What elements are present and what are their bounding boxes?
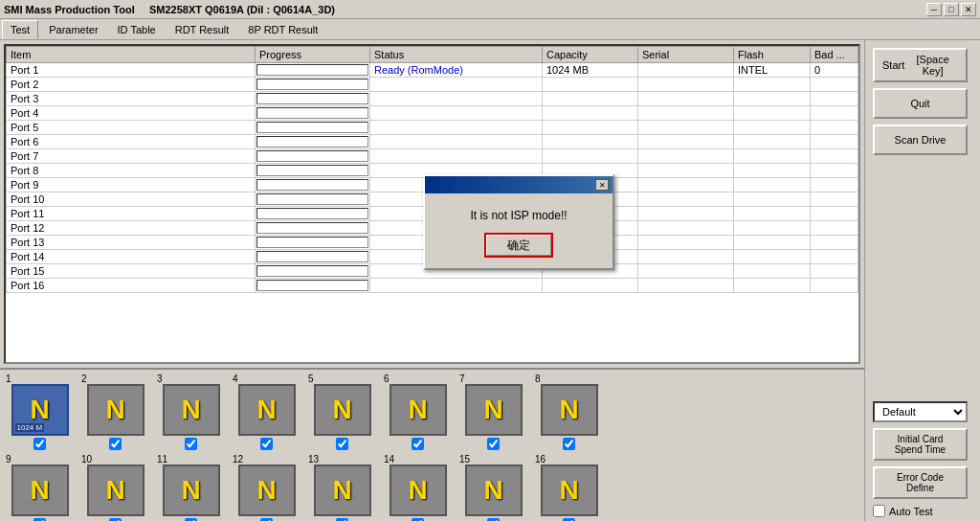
drive-letter: N [256, 475, 276, 506]
drive-icon[interactable]: N [238, 384, 296, 436]
title-text: SMI Mass Production Tool SM2258XT Q0619A… [4, 4, 335, 15]
drive-icon[interactable]: N [390, 384, 447, 436]
drive-number: 7 [459, 374, 465, 384]
col-capacity: Capacity [543, 47, 638, 63]
drive-checkbox[interactable] [109, 438, 122, 450]
tab-parameter[interactable]: Parameter [40, 20, 106, 39]
drive-icon[interactable]: N [541, 384, 598, 436]
col-progress: Progress [256, 47, 370, 63]
main-content: Item Progress Status Capacity Serial Fla… [0, 40, 980, 521]
col-bad: Bad ... [811, 47, 858, 63]
drive-icon[interactable]: N [314, 464, 371, 516]
drive-icon[interactable]: N [87, 464, 145, 516]
drive-item[interactable]: 9N [4, 454, 76, 521]
drive-number: 15 [459, 454, 470, 464]
drive-letter: N [181, 395, 200, 425]
drive-letter: N [256, 395, 276, 425]
drive-item[interactable]: 6N [382, 374, 454, 450]
drive-icon[interactable]: N [465, 464, 523, 516]
dialog-box: ✕ It is not ISP mode!! 确定 [423, 174, 614, 270]
drive-number: 1 [6, 374, 11, 384]
drive-checkbox[interactable] [336, 438, 348, 450]
drive-number: 8 [535, 374, 541, 384]
drive-icon[interactable]: N [238, 464, 296, 516]
drive-checkbox[interactable] [185, 438, 197, 450]
left-panel: Item Progress Status Capacity Serial Fla… [0, 40, 865, 521]
initial-card-button[interactable]: Initial Card Spend Time [873, 428, 968, 461]
auto-test-checkbox[interactable] [873, 505, 885, 517]
drive-number: 13 [308, 454, 319, 464]
drive-item[interactable]: 12N [231, 454, 302, 521]
table-row: Port 5 [7, 121, 858, 135]
drive-item[interactable]: 8N [533, 374, 605, 450]
drive-letter: N [559, 395, 578, 425]
error-code-button[interactable]: Error Code Define [873, 466, 968, 499]
drive-icon[interactable]: N [390, 464, 447, 516]
drive-checkbox[interactable] [412, 438, 424, 450]
drive-checkbox[interactable] [487, 438, 500, 450]
dialog-close-button[interactable]: ✕ [595, 179, 609, 191]
drive-number: 10 [81, 454, 92, 464]
drive-letter: N [30, 395, 49, 425]
drive-number: 12 [233, 454, 243, 464]
drive-icon[interactable]: N [465, 384, 523, 436]
drive-number: 5 [308, 374, 314, 384]
drive-checkbox[interactable] [33, 438, 46, 450]
drive-checkbox[interactable] [260, 438, 273, 450]
drive-item[interactable]: 14N [382, 454, 454, 521]
drive-icon[interactable]: N [541, 464, 598, 516]
drive-icon[interactable]: N [314, 384, 371, 436]
drive-number: 4 [233, 374, 238, 384]
start-button[interactable]: Start [Space Key] [873, 48, 968, 82]
dialog-ok-button[interactable]: 确定 [485, 234, 552, 257]
drive-icon[interactable]: N [11, 464, 69, 516]
drive-number: 6 [384, 374, 390, 384]
start-label-line1: Start [882, 59, 904, 71]
scan-drive-button[interactable]: Scan Drive [873, 125, 968, 155]
drive-item[interactable]: 7N [457, 374, 529, 450]
default-dropdown[interactable]: Default [873, 401, 968, 422]
auto-test-label: Auto Test [889, 506, 933, 517]
quit-button[interactable]: Quit [873, 88, 968, 119]
drive-letter: N [559, 475, 578, 506]
drive-number: 16 [535, 454, 546, 464]
drive-item[interactable]: 3N [155, 374, 227, 450]
drive-item[interactable]: 4N [231, 374, 302, 450]
title-bar: SMI Mass Production Tool SM2258XT Q0619A… [0, 0, 980, 19]
drive-icon[interactable]: 1024 MN [11, 384, 69, 436]
drive-item[interactable]: 16N [533, 454, 605, 521]
drive-letter: N [408, 395, 427, 425]
drive-icon[interactable]: N [163, 464, 220, 516]
drive-item[interactable]: 15N [457, 454, 529, 521]
minimize-button[interactable]: ─ [926, 3, 942, 16]
close-button[interactable]: ✕ [961, 3, 976, 16]
tab-8p-rdt-result[interactable]: 8P RDT Result [239, 20, 326, 39]
table-row: Port 3 [7, 92, 858, 106]
tab-id-table[interactable]: ID Table [109, 20, 165, 39]
drive-number: 3 [157, 374, 163, 384]
tab-rdt-result[interactable]: RDT Result [167, 20, 238, 39]
restore-button[interactable]: □ [944, 3, 959, 16]
drive-item[interactable]: 11N [155, 454, 227, 521]
app-title: SMI Mass Production Tool [4, 4, 135, 15]
drives-grid: 11024 MN2N3N4N5N6N7N8N 9N10N11N12N13N14N… [4, 374, 860, 517]
drive-checkbox[interactable] [563, 438, 575, 450]
drive-item[interactable]: 13N [306, 454, 378, 521]
drive-icon[interactable]: N [87, 384, 145, 436]
drive-capacity: 1024 M [15, 423, 45, 432]
drive-number: 11 [157, 454, 167, 464]
drive-item[interactable]: 11024 MN [4, 374, 76, 450]
drive-letter: N [181, 475, 200, 506]
window-controls: ─ □ ✕ [926, 3, 976, 16]
drive-item[interactable]: 10N [79, 454, 151, 521]
drive-letter: N [105, 475, 124, 506]
drive-icon[interactable]: N [163, 384, 220, 436]
tab-test[interactable]: Test [2, 20, 38, 39]
drive-letter: N [483, 475, 502, 506]
dialog-body: It is not ISP mode!! [425, 193, 612, 234]
drive-item[interactable]: 2N [79, 374, 151, 450]
subtitle-text: SM2258XT Q0619A (Dil : Q0614A_3D) [149, 4, 335, 15]
drive-letter: N [332, 475, 351, 506]
drive-item[interactable]: 5N [306, 374, 378, 450]
drive-number: 14 [384, 454, 394, 464]
